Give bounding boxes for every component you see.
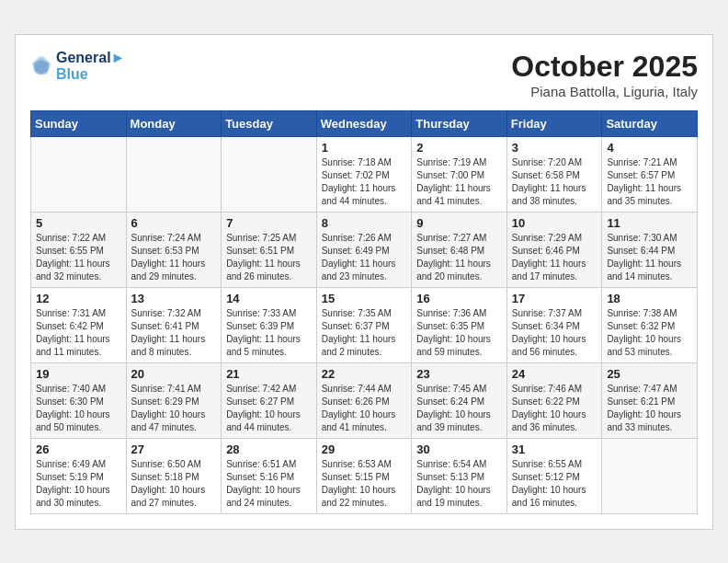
day-number: 31	[512, 442, 597, 456]
logo: General► Blue	[30, 50, 125, 83]
day-info: Sunrise: 7:27 AM Sunset: 6:48 PM Dayligh…	[416, 232, 502, 283]
calendar-cell: 7Sunrise: 7:25 AM Sunset: 6:51 PM Daylig…	[222, 212, 317, 287]
calendar-cell: 22Sunrise: 7:44 AM Sunset: 6:26 PM Dayli…	[316, 362, 412, 438]
day-number: 3	[512, 141, 597, 155]
calendar-cell: 9Sunrise: 7:27 AM Sunset: 6:48 PM Daylig…	[412, 212, 507, 287]
weekday-header-wednesday: Wednesday	[316, 110, 412, 136]
weekday-header-sunday: Sunday	[31, 110, 127, 136]
day-info: Sunrise: 6:55 AM Sunset: 5:12 PM Dayligh…	[512, 458, 597, 510]
calendar-cell	[222, 136, 317, 212]
calendar-cell: 8Sunrise: 7:26 AM Sunset: 6:49 PM Daylig…	[316, 212, 412, 287]
location-subtitle: Piana Battolla, Liguria, Italy	[511, 84, 698, 99]
day-info: Sunrise: 7:41 AM Sunset: 6:29 PM Dayligh…	[131, 383, 217, 434]
calendar-cell: 23Sunrise: 7:45 AM Sunset: 6:24 PM Dayli…	[412, 362, 507, 438]
day-number: 30	[416, 442, 502, 456]
day-number: 15	[322, 292, 407, 305]
day-info: Sunrise: 7:38 AM Sunset: 6:32 PM Dayligh…	[607, 307, 692, 359]
week-row-5: 26Sunrise: 6:49 AM Sunset: 5:19 PM Dayli…	[31, 438, 698, 513]
day-info: Sunrise: 7:29 AM Sunset: 6:46 PM Dayligh…	[512, 232, 597, 283]
day-info: Sunrise: 7:32 AM Sunset: 6:41 PM Dayligh…	[131, 307, 217, 359]
weekday-header-friday: Friday	[506, 110, 602, 136]
day-number: 8	[322, 216, 407, 230]
calendar-cell: 1Sunrise: 7:18 AM Sunset: 7:02 PM Daylig…	[316, 136, 412, 212]
weekday-header-saturday: Saturday	[602, 110, 698, 136]
day-number: 1	[322, 141, 407, 155]
calendar-header: General► Blue October 2025 Piana Battoll…	[30, 50, 698, 99]
day-number: 16	[416, 292, 502, 305]
day-info: Sunrise: 6:51 AM Sunset: 5:16 PM Dayligh…	[226, 458, 312, 510]
day-number: 21	[226, 367, 312, 381]
calendar-cell: 2Sunrise: 7:19 AM Sunset: 7:00 PM Daylig…	[412, 136, 507, 212]
calendar-cell	[31, 136, 127, 212]
week-row-1: 1Sunrise: 7:18 AM Sunset: 7:02 PM Daylig…	[31, 136, 698, 212]
weekday-header-monday: Monday	[126, 110, 222, 136]
calendar-cell: 6Sunrise: 7:24 AM Sunset: 6:53 PM Daylig…	[126, 212, 222, 287]
day-info: Sunrise: 7:22 AM Sunset: 6:55 PM Dayligh…	[36, 232, 121, 283]
day-number: 9	[416, 216, 502, 230]
weekday-header-thursday: Thursday	[412, 110, 507, 136]
calendar-cell: 21Sunrise: 7:42 AM Sunset: 6:27 PM Dayli…	[222, 362, 317, 438]
day-number: 6	[131, 216, 217, 230]
month-title: October 2025	[511, 50, 698, 84]
calendar-cell: 27Sunrise: 6:50 AM Sunset: 5:18 PM Dayli…	[126, 438, 222, 513]
calendar-cell: 28Sunrise: 6:51 AM Sunset: 5:16 PM Dayli…	[222, 438, 317, 513]
calendar-cell: 17Sunrise: 7:37 AM Sunset: 6:34 PM Dayli…	[506, 287, 602, 362]
logo-text: General► Blue	[56, 50, 125, 83]
calendar-cell: 19Sunrise: 7:40 AM Sunset: 6:30 PM Dayli…	[31, 362, 127, 438]
day-number: 2	[416, 141, 502, 155]
day-number: 22	[322, 367, 407, 381]
calendar-cell: 31Sunrise: 6:55 AM Sunset: 5:12 PM Dayli…	[506, 438, 602, 513]
week-row-3: 12Sunrise: 7:31 AM Sunset: 6:42 PM Dayli…	[31, 287, 698, 362]
calendar-cell: 10Sunrise: 7:29 AM Sunset: 6:46 PM Dayli…	[506, 212, 602, 287]
calendar-cell: 26Sunrise: 6:49 AM Sunset: 5:19 PM Dayli…	[31, 438, 127, 513]
day-info: Sunrise: 6:50 AM Sunset: 5:18 PM Dayligh…	[131, 458, 217, 510]
day-number: 23	[416, 367, 502, 381]
calendar-cell: 25Sunrise: 7:47 AM Sunset: 6:21 PM Dayli…	[602, 362, 698, 438]
day-number: 17	[512, 292, 597, 305]
day-info: Sunrise: 7:24 AM Sunset: 6:53 PM Dayligh…	[131, 232, 217, 283]
day-number: 26	[36, 442, 121, 456]
day-number: 25	[607, 367, 692, 381]
day-info: Sunrise: 7:45 AM Sunset: 6:24 PM Dayligh…	[416, 383, 502, 434]
calendar-cell: 14Sunrise: 7:33 AM Sunset: 6:39 PM Dayli…	[222, 287, 317, 362]
day-info: Sunrise: 7:25 AM Sunset: 6:51 PM Dayligh…	[226, 232, 312, 283]
day-info: Sunrise: 7:36 AM Sunset: 6:35 PM Dayligh…	[416, 307, 502, 359]
calendar-cell: 20Sunrise: 7:41 AM Sunset: 6:29 PM Dayli…	[126, 362, 222, 438]
day-info: Sunrise: 7:21 AM Sunset: 6:57 PM Dayligh…	[607, 156, 692, 208]
day-number: 27	[131, 442, 217, 456]
calendar-cell: 30Sunrise: 6:54 AM Sunset: 5:13 PM Dayli…	[412, 438, 507, 513]
day-info: Sunrise: 7:40 AM Sunset: 6:30 PM Dayligh…	[36, 383, 121, 434]
title-block: October 2025 Piana Battolla, Liguria, It…	[511, 50, 698, 99]
logo-icon	[30, 55, 52, 77]
calendar-grid: SundayMondayTuesdayWednesdayThursdayFrid…	[30, 110, 698, 514]
day-number: 20	[131, 367, 217, 381]
day-info: Sunrise: 7:18 AM Sunset: 7:02 PM Dayligh…	[322, 156, 407, 208]
day-number: 24	[512, 367, 597, 381]
day-info: Sunrise: 7:44 AM Sunset: 6:26 PM Dayligh…	[322, 383, 407, 434]
calendar-cell: 16Sunrise: 7:36 AM Sunset: 6:35 PM Dayli…	[412, 287, 507, 362]
day-info: Sunrise: 7:42 AM Sunset: 6:27 PM Dayligh…	[226, 383, 312, 434]
calendar-cell: 3Sunrise: 7:20 AM Sunset: 6:58 PM Daylig…	[506, 136, 602, 212]
day-number: 13	[131, 292, 217, 305]
calendar-cell: 11Sunrise: 7:30 AM Sunset: 6:44 PM Dayli…	[602, 212, 698, 287]
calendar-cell: 4Sunrise: 7:21 AM Sunset: 6:57 PM Daylig…	[602, 136, 698, 212]
weekday-header-tuesday: Tuesday	[222, 110, 317, 136]
day-info: Sunrise: 6:53 AM Sunset: 5:15 PM Dayligh…	[322, 458, 407, 510]
day-info: Sunrise: 7:46 AM Sunset: 6:22 PM Dayligh…	[512, 383, 597, 434]
calendar-cell: 13Sunrise: 7:32 AM Sunset: 6:41 PM Dayli…	[126, 287, 222, 362]
calendar-cell	[126, 136, 222, 212]
week-row-4: 19Sunrise: 7:40 AM Sunset: 6:30 PM Dayli…	[31, 362, 698, 438]
day-info: Sunrise: 7:30 AM Sunset: 6:44 PM Dayligh…	[607, 232, 692, 283]
day-number: 19	[36, 367, 121, 381]
day-info: Sunrise: 7:33 AM Sunset: 6:39 PM Dayligh…	[226, 307, 312, 359]
day-number: 10	[512, 216, 597, 230]
day-info: Sunrise: 7:37 AM Sunset: 6:34 PM Dayligh…	[512, 307, 597, 359]
calendar-cell: 12Sunrise: 7:31 AM Sunset: 6:42 PM Dayli…	[31, 287, 127, 362]
day-number: 18	[607, 292, 692, 305]
day-info: Sunrise: 7:26 AM Sunset: 6:49 PM Dayligh…	[322, 232, 407, 283]
day-info: Sunrise: 7:20 AM Sunset: 6:58 PM Dayligh…	[512, 156, 597, 208]
week-row-2: 5Sunrise: 7:22 AM Sunset: 6:55 PM Daylig…	[31, 212, 698, 287]
day-number: 12	[36, 292, 121, 305]
calendar-cell: 5Sunrise: 7:22 AM Sunset: 6:55 PM Daylig…	[31, 212, 127, 287]
calendar-cell: 24Sunrise: 7:46 AM Sunset: 6:22 PM Dayli…	[506, 362, 602, 438]
